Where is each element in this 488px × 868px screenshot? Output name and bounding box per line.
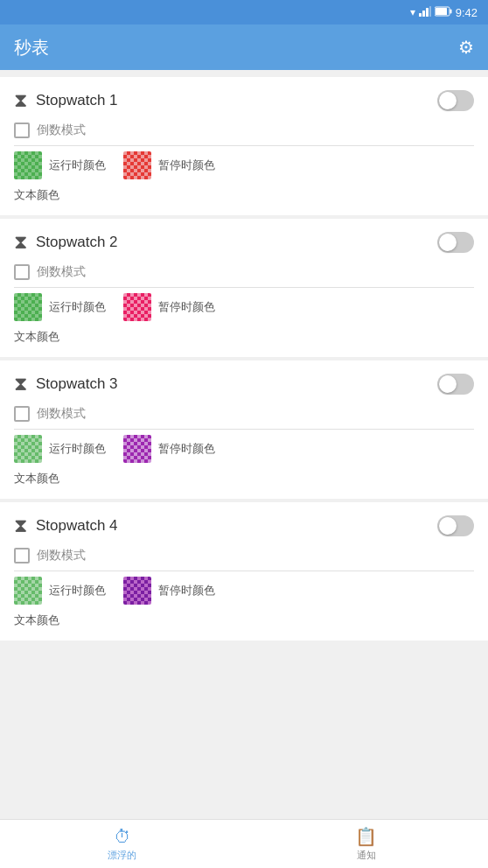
stopwatch-header-1: ⧗ Stopwatch 1 <box>0 77 488 119</box>
stopwatch-card-3: ⧗ Stopwatch 3 倒数模式 运行时颜色 暂停时颜色 文本颜色 <box>0 360 488 499</box>
run-color-label-4: 运行时颜色 <box>49 583 106 598</box>
pause-color-item-2[interactable]: 暂停时颜色 <box>123 293 215 321</box>
stopwatch-icon-3: ⧗ <box>14 373 27 396</box>
text-color-label-1[interactable]: 文本颜色 <box>14 188 59 201</box>
run-color-swatch-3 <box>14 435 42 463</box>
pause-color-swatch-4 <box>123 577 151 605</box>
stopwatch-card-2: ⧗ Stopwatch 2 倒数模式 运行时颜色 暂停时颜色 文本颜色 <box>0 219 488 357</box>
color-row-3: 运行时颜色 暂停时颜色 <box>0 430 488 466</box>
text-color-label-4[interactable]: 文本颜色 <box>14 613 59 626</box>
color-row-2: 运行时颜色 暂停时颜色 <box>0 288 488 325</box>
countdown-label-2: 倒数模式 <box>37 264 86 280</box>
run-color-item-4[interactable]: 运行时颜色 <box>14 577 106 605</box>
pause-color-item-1[interactable]: 暂停时颜色 <box>123 151 215 179</box>
notify-nav-label: 通知 <box>357 849 376 862</box>
floating-nav-label: 漂浮的 <box>108 849 136 862</box>
stopwatch-title-group-1: ⧗ Stopwatch 1 <box>14 89 118 112</box>
text-color-label-2[interactable]: 文本颜色 <box>14 330 59 343</box>
countdown-row-3: 倒数模式 <box>0 402 488 429</box>
countdown-checkbox-2[interactable] <box>14 264 30 280</box>
stopwatch-toggle-4[interactable] <box>437 515 474 536</box>
page-title: 秒表 <box>14 36 49 60</box>
run-color-swatch-2 <box>14 293 42 321</box>
pause-color-label-4: 暂停时颜色 <box>158 583 215 598</box>
run-color-item-1[interactable]: 运行时颜色 <box>14 151 106 179</box>
countdown-row-2: 倒数模式 <box>0 261 488 287</box>
settings-icon[interactable]: ⚙ <box>458 37 474 58</box>
text-color-row-4: 文本颜色 <box>0 608 488 640</box>
bottom-navigation: ⏱ 漂浮的 📋 通知 <box>0 819 488 868</box>
text-color-label-3[interactable]: 文本颜色 <box>14 472 59 485</box>
floating-nav-icon: ⏱ <box>114 827 131 847</box>
run-color-label-2: 运行时颜色 <box>49 299 106 315</box>
stopwatch-toggle-1[interactable] <box>437 90 474 111</box>
stopwatch-icon-4: ⧗ <box>14 514 27 537</box>
pause-color-swatch-1 <box>123 151 151 179</box>
countdown-label-3: 倒数模式 <box>37 406 86 422</box>
countdown-row-1: 倒数模式 <box>0 119 488 145</box>
pause-color-swatch-3 <box>123 435 151 463</box>
pause-color-label-1: 暂停时颜色 <box>158 158 215 173</box>
stopwatch-icon-1: ⧗ <box>14 89 27 112</box>
stopwatch-card-4: ⧗ Stopwatch 4 倒数模式 运行时颜色 暂停时颜色 文本颜色 <box>0 502 488 640</box>
stopwatch-name-4: Stopwatch 4 <box>36 517 118 535</box>
run-color-swatch-4 <box>14 577 42 605</box>
svg-rect-0 <box>419 13 422 17</box>
stopwatch-header-2: ⧗ Stopwatch 2 <box>0 219 488 261</box>
stopwatch-icon-2: ⧗ <box>14 231 27 254</box>
text-color-row-1: 文本颜色 <box>0 183 488 215</box>
stopwatch-name-2: Stopwatch 2 <box>36 234 118 251</box>
stopwatch-header-4: ⧗ Stopwatch 4 <box>0 502 488 544</box>
pause-color-item-3[interactable]: 暂停时颜色 <box>123 435 215 463</box>
svg-rect-5 <box>450 9 451 13</box>
svg-rect-1 <box>422 10 425 17</box>
signal-icon <box>419 6 431 19</box>
main-content: ⧗ Stopwatch 1 倒数模式 运行时颜色 暂停时颜色 文本颜色 <box>0 70 488 819</box>
pause-color-label-2: 暂停时颜色 <box>158 299 215 315</box>
run-color-label-1: 运行时颜色 <box>49 158 106 173</box>
run-color-swatch-1 <box>14 151 42 179</box>
svg-rect-2 <box>426 8 429 17</box>
stopwatch-title-group-2: ⧗ Stopwatch 2 <box>14 231 118 254</box>
notify-nav-icon: 📋 <box>355 826 377 847</box>
status-time: 9:42 <box>456 6 478 19</box>
run-color-label-3: 运行时颜色 <box>49 441 106 457</box>
text-color-row-2: 文本颜色 <box>0 325 488 357</box>
battery-icon <box>435 6 452 19</box>
stopwatch-name-1: Stopwatch 1 <box>36 92 118 109</box>
stopwatch-card-1: ⧗ Stopwatch 1 倒数模式 运行时颜色 暂停时颜色 文本颜色 <box>0 77 488 215</box>
stopwatch-toggle-2[interactable] <box>437 232 474 253</box>
svg-rect-3 <box>429 6 431 17</box>
app-header: 秒表 ⚙ <box>0 24 488 70</box>
pause-color-label-3: 暂停时颜色 <box>158 441 215 457</box>
status-icons: ▾ 9:42 <box>410 6 478 19</box>
text-color-row-3: 文本颜色 <box>0 466 488 499</box>
status-bar: ▾ 9:42 <box>0 0 488 24</box>
nav-item-notify[interactable]: 📋 通知 <box>244 820 488 868</box>
stopwatch-toggle-3[interactable] <box>437 374 474 395</box>
nav-item-floating[interactable]: ⏱ 漂浮的 <box>0 820 244 868</box>
countdown-checkbox-1[interactable] <box>14 122 30 138</box>
stopwatch-header-3: ⧗ Stopwatch 3 <box>0 360 488 402</box>
color-row-4: 运行时颜色 暂停时颜色 <box>0 571 488 608</box>
run-color-item-2[interactable]: 运行时颜色 <box>14 293 106 321</box>
countdown-label-4: 倒数模式 <box>37 548 86 564</box>
countdown-label-1: 倒数模式 <box>37 122 86 138</box>
pause-color-swatch-2 <box>123 293 151 321</box>
color-row-1: 运行时颜色 暂停时颜色 <box>0 146 488 183</box>
svg-rect-6 <box>436 8 447 15</box>
stopwatch-name-3: Stopwatch 3 <box>36 375 118 393</box>
stopwatch-title-group-4: ⧗ Stopwatch 4 <box>14 514 118 537</box>
run-color-item-3[interactable]: 运行时颜色 <box>14 435 106 463</box>
countdown-row-4: 倒数模式 <box>0 544 488 570</box>
countdown-checkbox-4[interactable] <box>14 548 30 564</box>
wifi-icon: ▾ <box>410 6 415 18</box>
stopwatch-title-group-3: ⧗ Stopwatch 3 <box>14 373 118 396</box>
countdown-checkbox-3[interactable] <box>14 406 30 422</box>
pause-color-item-4[interactable]: 暂停时颜色 <box>123 577 215 605</box>
